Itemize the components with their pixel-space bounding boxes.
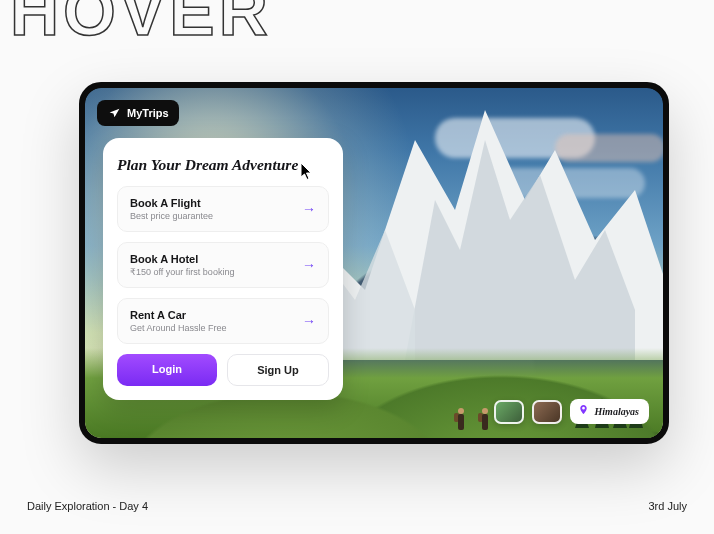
arrow-right-icon: →	[302, 257, 316, 273]
brand-name: MyTrips	[127, 107, 169, 119]
option-subtitle: Get Around Hassle Free	[130, 323, 227, 333]
option-title: Book A Hotel	[130, 253, 234, 265]
option-subtitle: ₹150 off your first booking	[130, 267, 234, 277]
location-thumbnail[interactable]	[532, 400, 562, 424]
option-subtitle: Best price guarantee	[130, 211, 213, 221]
option-rent-car[interactable]: Rent A Car Get Around Hassle Free →	[117, 298, 329, 344]
plan-panel: Plan Your Dream Adventure Book A Flight …	[103, 138, 343, 400]
location-chip-active[interactable]: Himalayas	[570, 399, 649, 424]
plane-icon	[107, 106, 121, 120]
signup-button[interactable]: Sign Up	[227, 354, 329, 386]
option-book-flight[interactable]: Book A Flight Best price guarantee →	[117, 186, 329, 232]
device-frame: MyTrips Plan Your Dream Adventure Book A…	[79, 82, 669, 444]
brand-badge[interactable]: MyTrips	[97, 100, 179, 126]
footer-right: 3rd July	[648, 500, 687, 512]
arrow-right-icon: →	[302, 201, 316, 217]
background-title: HOVER	[10, 0, 272, 50]
location-chips: Himalayas	[494, 399, 649, 424]
hiker-figure	[479, 404, 491, 430]
page-footer: Daily Exploration - Day 4 3rd July	[27, 500, 687, 512]
option-book-hotel[interactable]: Book A Hotel ₹150 off your first booking…	[117, 242, 329, 288]
option-title: Book A Flight	[130, 197, 213, 209]
option-title: Rent A Car	[130, 309, 227, 321]
footer-left: Daily Exploration - Day 4	[27, 500, 148, 512]
login-button[interactable]: Login	[117, 354, 217, 386]
panel-heading: Plan Your Dream Adventure	[117, 156, 329, 174]
pin-icon	[578, 404, 589, 419]
hiker-figure	[455, 404, 467, 430]
location-label: Himalayas	[595, 406, 639, 417]
arrow-right-icon: →	[302, 313, 316, 329]
location-thumbnail[interactable]	[494, 400, 524, 424]
